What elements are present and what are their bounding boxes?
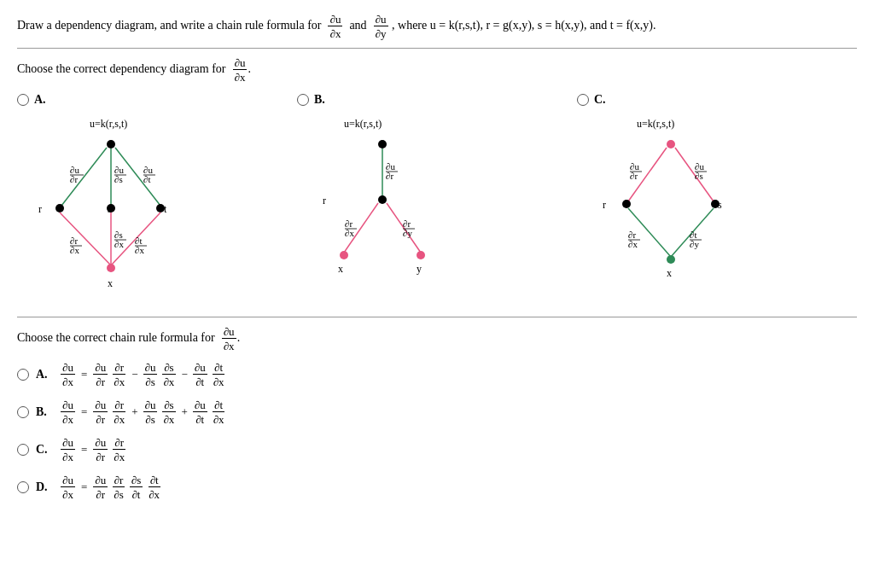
svg-text:∂x: ∂x: [135, 245, 144, 255]
option-b-label: B.: [314, 93, 325, 107]
chain-d-expr: ∂u∂x = ∂u∂r ∂r∂s ∂s∂t ∂t∂x: [60, 474, 162, 500]
svg-point-55: [667, 140, 675, 148]
chain-c-label: C.: [36, 443, 53, 457]
diagram-c-svg: u=k(r,s,t) ∂u ∂r ∂u ∂s r s ∂r ∂x ∂t ∂y: [586, 112, 756, 300]
svg-point-76: [667, 255, 675, 264]
radio-c[interactable]: [577, 94, 589, 106]
svg-point-1: [107, 140, 115, 148]
svg-point-19: [156, 204, 165, 212]
option-b-header[interactable]: B.: [297, 93, 325, 107]
du-dy-frac: ∂u ∂y: [374, 14, 388, 39]
svg-text:∂x: ∂x: [114, 239, 124, 249]
svg-text:r: r: [38, 203, 42, 215]
chain-option-c-row[interactable]: C. ∂u∂x = ∂u∂r ∂r∂x: [17, 437, 857, 463]
svg-text:∂x: ∂x: [345, 228, 354, 238]
svg-text:x: x: [338, 263, 343, 275]
radio-b[interactable]: [297, 94, 309, 106]
diagram-option-c: C. u=k(r,s,t) ∂u ∂r ∂u ∂s r s ∂r ∂x: [577, 93, 857, 300]
svg-text:∂x: ∂x: [70, 245, 79, 255]
question-text: Draw a dependency diagram, and write a c…: [17, 14, 656, 39]
svg-text:∂s: ∂s: [114, 174, 123, 184]
svg-text:r: r: [603, 199, 606, 211]
dependency-prompt: Choose the correct dependency diagram fo…: [17, 57, 857, 83]
svg-text:∂r: ∂r: [630, 171, 638, 181]
radio-chain-b[interactable]: [17, 406, 29, 418]
chain-du-dx-frac: ∂u ∂x: [222, 326, 236, 352]
dep-du-dx-frac: ∂u ∂x: [233, 57, 248, 83]
du-dx-frac: ∂u ∂x: [328, 14, 342, 39]
chain-option-a-row[interactable]: A. ∂u∂x = ∂u∂r ∂r∂x − ∂u∂s ∂s∂x − ∂u∂t ∂…: [17, 362, 857, 387]
diagram-b-svg: u=k(r,s,t) ∂u ∂r r ∂r ∂x ∂r ∂y x y: [306, 112, 468, 300]
chain-options: A. ∂u∂x = ∂u∂r ∂r∂x − ∂u∂s ∂s∂x − ∂u∂t ∂…: [17, 362, 857, 500]
chain-a-expr: ∂u∂x = ∂u∂r ∂r∂x − ∂u∂s ∂s∂x − ∂u∂t ∂t∂x: [60, 362, 227, 387]
chain-b-expr: ∂u∂x = ∂u∂r ∂r∂x + ∂u∂s ∂s∂x + ∂u∂t ∂t∂x: [60, 399, 227, 425]
svg-point-35: [378, 140, 387, 148]
chain-b-label: B.: [36, 405, 53, 419]
svg-point-15: [55, 204, 64, 212]
chain-d-label: D.: [36, 480, 53, 494]
svg-text:∂r: ∂r: [70, 174, 78, 184]
svg-text:∂s: ∂s: [695, 171, 703, 181]
svg-text:u=k(r,s,t): u=k(r,s,t): [637, 118, 674, 130]
svg-line-2: [61, 148, 107, 206]
svg-text:∂t: ∂t: [143, 174, 151, 184]
svg-point-67: [711, 200, 720, 208]
svg-text:∂y: ∂y: [403, 228, 412, 238]
diagram-option-b: B. u=k(r,s,t) ∂u ∂r r ∂r ∂x ∂r ∂y x: [297, 93, 577, 300]
svg-line-20: [60, 212, 111, 265]
radio-chain-a[interactable]: [17, 369, 29, 381]
option-a-label: A.: [34, 93, 46, 107]
svg-point-17: [107, 204, 115, 212]
option-a-header[interactable]: A.: [17, 93, 46, 107]
svg-point-51: [417, 251, 425, 259]
svg-point-41: [378, 195, 387, 204]
diagram-option-a: A. u=k(r,s,t) ∂u ∂r ∂u ∂s: [17, 93, 297, 300]
option-c-header[interactable]: C.: [577, 93, 606, 107]
chain-option-b-row[interactable]: B. ∂u∂x = ∂u∂r ∂r∂x + ∂u∂s ∂s∂x + ∂u∂t ∂…: [17, 399, 857, 425]
svg-text:∂x: ∂x: [628, 239, 638, 249]
option-c-label: C.: [594, 93, 606, 107]
svg-point-65: [622, 200, 631, 208]
chain-rule-prompt: Choose the correct chain rule formula fo…: [17, 326, 857, 352]
svg-text:u=k(r,s,t): u=k(r,s,t): [90, 118, 127, 130]
svg-text:∂y: ∂y: [690, 239, 699, 249]
svg-text:x: x: [108, 277, 113, 289]
chain-option-d-row[interactable]: D. ∂u∂x = ∂u∂r ∂r∂s ∂s∂t ∂t∂x: [17, 474, 857, 500]
chain-c-expr: ∂u∂x = ∂u∂r ∂r∂x: [60, 437, 127, 463]
svg-text:u=k(r,s,t): u=k(r,s,t): [344, 118, 382, 130]
svg-point-32: [107, 264, 115, 272]
radio-chain-c[interactable]: [17, 444, 29, 456]
middle-divider: [17, 317, 857, 317]
radio-chain-d[interactable]: [17, 481, 29, 493]
top-question: Draw a dependency diagram, and write a c…: [17, 14, 857, 39]
svg-text:∂r: ∂r: [386, 171, 393, 181]
top-divider: [17, 48, 857, 49]
chain-a-label: A.: [36, 368, 53, 381]
svg-text:x: x: [667, 267, 672, 279]
svg-text:y: y: [417, 263, 422, 275]
radio-a[interactable]: [17, 94, 29, 106]
diagram-a-svg: u=k(r,s,t) ∂u ∂r ∂u ∂s ∂u ∂t: [26, 112, 196, 300]
diagrams-row: A. u=k(r,s,t) ∂u ∂r ∂u ∂s: [17, 93, 857, 300]
svg-text:r: r: [323, 195, 326, 207]
svg-point-50: [340, 251, 348, 259]
